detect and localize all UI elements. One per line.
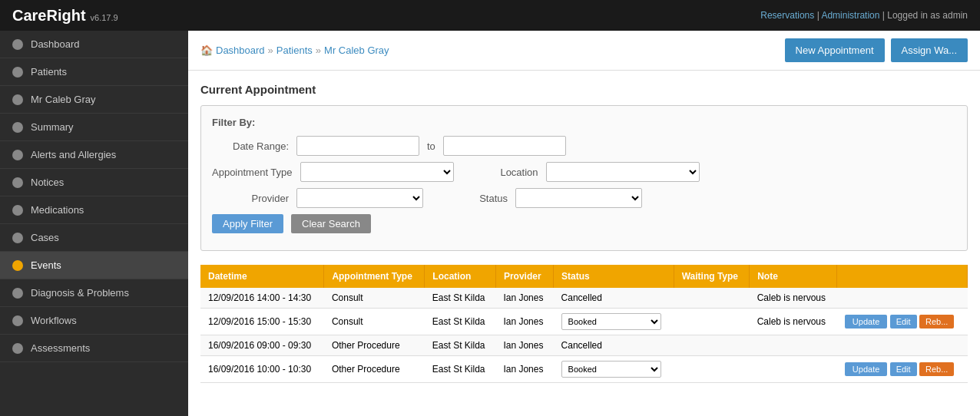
update-button[interactable]: Update: [845, 315, 887, 329]
cell-provider: Ian Jones: [495, 356, 553, 383]
assign-waitlist-button[interactable]: Assign Wa...: [891, 38, 968, 62]
cell-status: Cancelled: [554, 335, 674, 356]
brand-name: CareRight: [12, 7, 86, 25]
sidebar-label-caleb: Mr Caleb Gray: [31, 94, 96, 105]
cell-note: Caleb is nervous: [750, 288, 837, 309]
table-row: 16/09/2016 10:00 - 10:30Other ProcedureE…: [200, 356, 968, 383]
administration-link[interactable]: Administration: [821, 10, 879, 21]
sidebar-item-workflows[interactable]: Workflows: [0, 307, 188, 335]
cell-actions: Update Edit Reb...: [837, 356, 968, 383]
diagnosis-icon: [12, 288, 23, 299]
sidebar-item-diagnosis[interactable]: Diagnosis & Problems: [0, 279, 188, 307]
breadcrumb-dashboard[interactable]: Dashboard: [216, 45, 265, 56]
status-row-select[interactable]: BookedCancelledCompletedDid Not Attend: [561, 313, 661, 330]
filter-buttons-row: Apply Filter Clear Search: [212, 214, 956, 233]
new-appointment-button[interactable]: New Appointment: [785, 38, 885, 62]
cell-location: East St Kilda: [425, 356, 496, 383]
provider-label: Provider: [212, 193, 289, 204]
sidebar-item-assessments[interactable]: Assessments: [0, 335, 188, 362]
sidebar-item-alerts[interactable]: Alerts and Allergies: [0, 141, 188, 169]
cell-status[interactable]: BookedCancelledCompletedDid Not Attend: [554, 309, 674, 335]
sidebar-item-events[interactable]: Events: [0, 252, 188, 279]
appointments-table: Datetime Appointment Type Location Provi…: [200, 265, 968, 383]
clear-search-button[interactable]: Clear Search: [291, 214, 371, 233]
apply-filter-button[interactable]: Apply Filter: [212, 214, 283, 233]
col-note: Note: [750, 265, 837, 288]
breadcrumb-patients[interactable]: Patients: [276, 45, 313, 56]
appointment-type-label: Appointment Type: [212, 167, 293, 178]
top-bar: 🏠 Dashboard » Patients » Mr Caleb Gray N…: [188, 31, 980, 71]
summary-icon: [12, 122, 23, 133]
cell-waiting-type: [674, 335, 749, 356]
home-icon: 🏠: [200, 45, 213, 56]
provider-select[interactable]: [296, 188, 423, 208]
assessments-icon: [12, 343, 23, 354]
cell-appointment-type: Consult: [324, 288, 425, 309]
content-area: Current Appointment Filter By: Date Rang…: [188, 71, 980, 395]
rebook-button[interactable]: Reb...: [919, 315, 954, 329]
date-to-separator: to: [427, 140, 435, 152]
breadcrumb: 🏠 Dashboard » Patients » Mr Caleb Gray: [200, 45, 389, 56]
table-header-row: Datetime Appointment Type Location Provi…: [200, 265, 968, 288]
cell-provider: Ian Jones: [495, 309, 553, 335]
top-bar-actions: New Appointment Assign Wa...: [785, 38, 968, 62]
status-row-select[interactable]: BookedCancelledCompletedDid Not Attend: [561, 361, 661, 378]
sidebar: Dashboard Patients Mr Caleb Gray Summary…: [0, 31, 188, 416]
sidebar-item-mr-caleb-gray[interactable]: Mr Caleb Gray: [0, 86, 188, 114]
date-from-input[interactable]: [296, 136, 419, 156]
reservations-link[interactable]: Reservations: [760, 10, 814, 21]
col-actions: [837, 265, 968, 288]
sidebar-item-medications[interactable]: Medications: [0, 196, 188, 224]
sidebar-item-notices[interactable]: Notices: [0, 169, 188, 196]
workflows-icon: [12, 315, 23, 326]
date-range-label: Date Range:: [212, 140, 289, 152]
cell-status[interactable]: BookedCancelledCompletedDid Not Attend: [554, 356, 674, 383]
notices-icon: [12, 177, 23, 188]
rebook-button[interactable]: Reb...: [919, 362, 954, 376]
col-location: Location: [425, 265, 496, 288]
cell-appointment-type: Other Procedure: [324, 335, 425, 356]
navbar-right: Reservations | Administration | Logged i…: [760, 10, 968, 21]
cell-datetime: 12/09/2016 14:00 - 14:30: [200, 288, 324, 309]
patients-icon: [12, 67, 23, 78]
cell-provider: Ian Jones: [495, 288, 553, 309]
col-datetime: Datetime: [200, 265, 324, 288]
cell-note: [750, 335, 837, 356]
cell-datetime: 12/09/2016 15:00 - 15:30: [200, 309, 324, 335]
cell-provider: Ian Jones: [495, 335, 553, 356]
col-status: Status: [554, 265, 674, 288]
cell-appointment-type: Consult: [324, 309, 425, 335]
caleb-icon: [12, 94, 23, 105]
cell-actions: Update Edit Reb...: [837, 309, 968, 335]
edit-button[interactable]: Edit: [890, 315, 917, 329]
appointment-type-select[interactable]: [300, 162, 454, 182]
cell-waiting-type: [674, 356, 749, 383]
sidebar-item-dashboard[interactable]: Dashboard: [0, 31, 188, 58]
main-content: 🏠 Dashboard » Patients » Mr Caleb Gray N…: [188, 31, 980, 416]
location-label: Location: [462, 167, 538, 178]
sidebar-item-patients[interactable]: Patients: [0, 58, 188, 86]
sidebar-label-alerts: Alerts and Allergies: [31, 149, 116, 160]
logged-in-text: | Logged in as admin: [882, 10, 968, 21]
sidebar-label-events: Events: [31, 259, 61, 271]
cell-actions: [837, 335, 968, 356]
cell-waiting-type: [674, 309, 749, 335]
sidebar-item-summary[interactable]: Summary: [0, 114, 188, 141]
breadcrumb-patient-name[interactable]: Mr Caleb Gray: [324, 45, 389, 56]
sidebar-label-medications: Medications: [31, 204, 84, 216]
cell-location: East St Kilda: [425, 335, 496, 356]
sidebar-label-dashboard: Dashboard: [31, 38, 80, 50]
date-to-input[interactable]: [443, 136, 566, 156]
brand-version: v6.17.9: [91, 13, 118, 22]
location-select[interactable]: [546, 162, 700, 182]
update-button[interactable]: Update: [845, 362, 887, 376]
cell-status: Cancelled: [554, 288, 674, 309]
status-filter-select[interactable]: [515, 188, 642, 208]
sidebar-label-patients: Patients: [31, 66, 67, 78]
cell-actions: [837, 288, 968, 309]
sidebar-label-notices: Notices: [31, 177, 64, 188]
edit-button[interactable]: Edit: [890, 362, 917, 376]
sidebar-item-cases[interactable]: Cases: [0, 224, 188, 252]
medications-icon: [12, 205, 23, 216]
sidebar-label-workflows: Workflows: [31, 315, 77, 326]
